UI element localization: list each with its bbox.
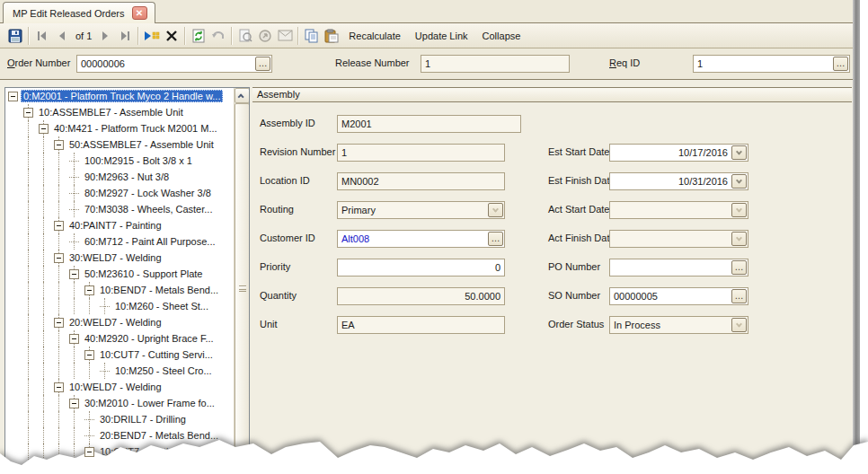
tree-expander-icon[interactable] bbox=[54, 253, 64, 263]
run-button[interactable] bbox=[142, 26, 162, 46]
tree-expander-icon[interactable] bbox=[69, 161, 79, 162]
est-start-date-dropdown-button[interactable] bbox=[731, 145, 747, 160]
tree-expander-icon[interactable] bbox=[100, 371, 110, 372]
tree-node-label[interactable]: 10:CUT7 - Cutting Servi... bbox=[97, 348, 216, 361]
tree-node-label[interactable]: 0:M2001 - Platform Truck Myco 2 Handle w… bbox=[21, 90, 223, 102]
tree-expander-icon[interactable] bbox=[100, 306, 110, 307]
tree-node-label[interactable]: 10:BEND7 - Metals Bend... bbox=[97, 284, 221, 296]
customer-id-lookup-button[interactable]: … bbox=[488, 232, 503, 246]
tree-expander-icon[interactable] bbox=[69, 269, 79, 279]
tree-scrollbar[interactable] bbox=[234, 88, 249, 473]
est-start-date-field[interactable]: 10/17/2016 bbox=[609, 144, 748, 162]
drilldown-button[interactable] bbox=[255, 26, 275, 46]
order-number-lookup-button[interactable]: … bbox=[255, 57, 270, 71]
tree-expander-icon[interactable] bbox=[84, 419, 94, 420]
email-button[interactable] bbox=[275, 26, 295, 46]
tree-node[interactable]: 50:ASSEMBLE7 - Assemble Unit bbox=[5, 136, 234, 153]
tab-mp-edit-released-orders[interactable]: MP Edit Released Orders ✕ bbox=[3, 2, 155, 23]
tree-node[interactable]: 70:M3038 - Wheels, Caster... bbox=[5, 201, 234, 217]
req-id-lookup-button[interactable]: … bbox=[833, 57, 848, 71]
tree-node-label[interactable]: 100:M2915 - Bolt 3/8 x 1 bbox=[82, 154, 195, 167]
tree-node-label[interactable]: 50:ASSEMBLE7 - Assemble Unit bbox=[66, 138, 217, 151]
tree-node[interactable]: 0:M2001 - Platform Truck Myco 2 Handle w… bbox=[5, 88, 234, 104]
tree-node-label[interactable]: 90:M2963 - Nut 3/8 bbox=[82, 171, 172, 183]
undo-button[interactable] bbox=[208, 26, 228, 46]
tree-expander-icon[interactable] bbox=[8, 92, 18, 101]
tree-node[interactable]: 40:PAINT7 - Painting bbox=[5, 217, 234, 233]
paste-button[interactable] bbox=[322, 26, 341, 46]
priority-field[interactable]: 0 bbox=[337, 259, 505, 276]
delete-button[interactable] bbox=[162, 26, 182, 46]
tree-node[interactable]: 90:M2963 - Nut 3/8 bbox=[5, 169, 234, 185]
refresh-button[interactable] bbox=[189, 26, 208, 46]
tree-node[interactable]: 10:M250 - Steel Cro... bbox=[5, 363, 234, 379]
tree-expander-icon[interactable] bbox=[23, 108, 33, 118]
tree-node-label[interactable]: 10:WELD7 - Welding bbox=[66, 381, 164, 393]
tree-node[interactable]: 100:M2915 - Bolt 3/8 x 1 bbox=[5, 153, 234, 169]
tree-node-label[interactable]: 80:M2927 - Lock Washer 3/8 bbox=[82, 187, 214, 199]
tree-expander-icon[interactable] bbox=[69, 193, 79, 194]
order-number-field[interactable]: 00000006 … bbox=[76, 55, 272, 73]
tree-expander-icon[interactable] bbox=[54, 382, 64, 392]
tree-node-label[interactable]: 30:WELD7 - Welding bbox=[66, 251, 164, 264]
tree-expander-icon[interactable] bbox=[84, 435, 94, 436]
tree-expander-icon[interactable] bbox=[39, 124, 49, 134]
tree-expander-icon[interactable] bbox=[69, 399, 79, 408]
tree-node-label[interactable]: 40:M2920 - Upright Brace F... bbox=[82, 332, 217, 345]
so-number-lookup-button[interactable]: … bbox=[731, 289, 747, 303]
last-record-button[interactable] bbox=[115, 26, 135, 46]
tree-node[interactable]: 10:CUT7 - Cutting Servi... bbox=[5, 347, 234, 363]
tree-node-label[interactable]: 10:M260 - Sheet St... bbox=[112, 300, 211, 312]
tree-expander-icon[interactable] bbox=[84, 350, 94, 360]
tree-node-label[interactable]: 70:M3038 - Wheels, Caster... bbox=[82, 203, 215, 215]
tree-node-label[interactable]: 40:M421 - Platform Truck M2001 M... bbox=[51, 122, 220, 135]
tree-expander-icon[interactable] bbox=[69, 209, 79, 210]
tree-node[interactable]: 10:ASSEMBLE7 - Assemble Unit bbox=[5, 104, 234, 120]
tree-expander-icon[interactable] bbox=[69, 241, 79, 242]
est-finish-date-dropdown-button[interactable] bbox=[731, 174, 747, 189]
est-finish-date-field[interactable]: 10/31/2016 bbox=[609, 172, 748, 190]
update-link-button[interactable]: Update Link bbox=[408, 31, 475, 41]
copy-button[interactable] bbox=[302, 26, 322, 46]
tree-node[interactable]: 30:WELD7 - Welding bbox=[5, 250, 234, 266]
tab-close-icon[interactable]: ✕ bbox=[132, 6, 147, 20]
so-number-field[interactable]: 00000005 … bbox=[609, 287, 748, 305]
customer-id-field[interactable]: Alt008 … bbox=[337, 230, 505, 248]
tree-expander-icon[interactable] bbox=[54, 140, 64, 150]
tree-node[interactable]: 10:WELD7 - Welding bbox=[5, 379, 234, 395]
tree-expander-icon[interactable] bbox=[69, 334, 79, 344]
tree-expander-icon[interactable] bbox=[84, 285, 94, 295]
tree-node[interactable]: 10:BEND7 - Metals Bend... bbox=[5, 282, 234, 298]
save-button[interactable] bbox=[5, 26, 25, 46]
tree-node-label[interactable]: 10:ASSEMBLE7 - Assemble Unit bbox=[36, 106, 186, 118]
tree-node-label[interactable]: 60:M712 - Paint All Purpose... bbox=[82, 235, 218, 248]
po-number-field[interactable]: … bbox=[609, 259, 748, 276]
scroll-up-button[interactable] bbox=[235, 88, 250, 103]
tree-node-label[interactable]: 40:PAINT7 - Painting bbox=[66, 219, 164, 232]
scroll-thumb[interactable] bbox=[235, 103, 250, 473]
tree-node-label[interactable]: 30:M2010 - Lower Frame fo... bbox=[82, 397, 217, 409]
tree-expander-icon[interactable] bbox=[84, 447, 94, 457]
collapse-button[interactable]: Collapse bbox=[475, 31, 528, 41]
tree-node-label[interactable]: 10:M250 - Steel Cro... bbox=[112, 364, 215, 377]
tree-node[interactable]: 30:M2010 - Lower Frame fo... bbox=[5, 395, 234, 411]
tree-node[interactable]: 40:M421 - Platform Truck M2001 M... bbox=[5, 120, 234, 136]
tree-node[interactable]: 20:WELD7 - Welding bbox=[5, 314, 234, 330]
tree-node-label[interactable]: 20:WELD7 - Welding bbox=[66, 316, 164, 329]
tree-node[interactable]: 60:M712 - Paint All Purpose... bbox=[5, 233, 234, 250]
previous-record-button[interactable] bbox=[52, 26, 72, 46]
recalculate-button[interactable]: Recalculate bbox=[341, 31, 407, 41]
req-id-field[interactable]: 1 … bbox=[693, 55, 850, 73]
tree-node[interactable]: 80:M2927 - Lock Washer 3/8 bbox=[5, 185, 234, 201]
tree-expander-icon[interactable] bbox=[69, 177, 79, 178]
tree-node[interactable]: 10:M260 - Sheet St... bbox=[5, 298, 234, 314]
print-preview-button[interactable] bbox=[235, 26, 255, 46]
tree-node-label[interactable]: 50:M23610 - Support Plate bbox=[82, 268, 205, 280]
next-record-button[interactable] bbox=[95, 26, 115, 46]
tree-node[interactable]: 50:M23610 - Support Plate bbox=[5, 266, 234, 282]
tree-expander-icon[interactable] bbox=[54, 318, 64, 328]
tree-node[interactable]: 40:M2920 - Upright Brace F... bbox=[5, 330, 234, 347]
tree-expander-icon[interactable] bbox=[54, 221, 64, 231]
first-record-button[interactable] bbox=[32, 26, 52, 46]
po-number-lookup-button[interactable]: … bbox=[731, 260, 747, 275]
